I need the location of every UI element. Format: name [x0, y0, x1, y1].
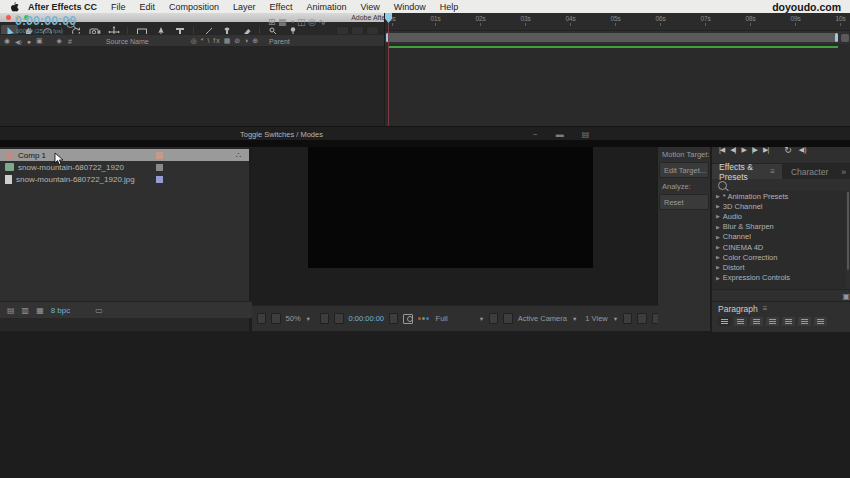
tracker-control[interactable]: ✓ Reset: [659, 194, 709, 210]
source-name-column[interactable]: Source Name: [106, 38, 149, 45]
twirl-icon[interactable]: ▶: [716, 213, 720, 219]
effects-category[interactable]: ▶ Distort: [712, 262, 846, 272]
item-name[interactable]: snow-mountain-680722_1920.jpg: [16, 175, 135, 184]
number-column-icon[interactable]: #: [68, 38, 72, 45]
zoom-in-mountain-icon[interactable]: ▤: [582, 130, 590, 139]
item-name[interactable]: Comp 1: [18, 151, 46, 160]
layer-track-area[interactable]: [385, 44, 850, 126]
menu-item[interactable]: Animation: [299, 2, 353, 12]
new-folder-icon[interactable]: ▥: [22, 306, 30, 315]
new-preset-icon[interactable]: ▣: [842, 292, 850, 301]
twirl-icon[interactable]: ▶: [716, 203, 720, 209]
region-of-interest-icon[interactable]: [489, 313, 498, 324]
transport-button[interactable]: ◀|: [730, 146, 735, 154]
align-button[interactable]: [718, 317, 731, 326]
video-column-icon[interactable]: ◉: [4, 37, 10, 45]
transport-button[interactable]: ▶|: [763, 146, 768, 154]
twirl-icon[interactable]: ▶: [716, 264, 720, 270]
menu-item[interactable]: Effect: [263, 2, 300, 12]
solo-column-icon[interactable]: ●: [27, 38, 31, 45]
audio-column-icon[interactable]: ◀): [15, 38, 22, 45]
layer-switches-icons[interactable]: ◎ * \ fx ▦ ⊘ ◑ ⊕: [191, 37, 259, 45]
tracker-control[interactable]: ✓ Edit Target...: [659, 162, 709, 178]
effects-category[interactable]: ▶ Expression Controls: [712, 273, 846, 283]
effects-category[interactable]: ▶ CINEMA 4D: [712, 242, 846, 252]
interpret-footage-icon[interactable]: ▤: [7, 306, 15, 315]
view-dropdown-icon[interactable]: ▼: [613, 316, 618, 322]
layer-list-empty-area[interactable]: [0, 46, 385, 126]
effects-scrollbar[interactable]: [847, 192, 849, 270]
project-row[interactable]: snow-mountain-680722_1920.jpg ∴: [0, 173, 249, 185]
panel-menu-icon[interactable]: ≡: [770, 167, 775, 176]
magnification-dropdown-icon[interactable]: ▼: [306, 316, 311, 322]
project-row[interactable]: snow-mountain-680722_1920 ∴: [0, 161, 249, 173]
transparency-grid-icon[interactable]: [503, 313, 512, 324]
show-channel-icon[interactable]: [418, 317, 429, 320]
mute-audio-icon[interactable]: ◀): [799, 146, 807, 154]
show-snapshot-icon[interactable]: [403, 314, 412, 324]
twirl-icon[interactable]: ▶: [716, 244, 720, 250]
camera-dropdown-icon[interactable]: ▼: [572, 316, 577, 322]
menu-item[interactable]: Help: [433, 2, 466, 12]
menu-item[interactable]: Composition: [162, 2, 226, 12]
lock-column-icon[interactable]: ▣: [36, 37, 43, 45]
fast-previews-icon[interactable]: [637, 313, 646, 324]
menu-item[interactable]: Edit: [133, 2, 163, 12]
new-composition-icon[interactable]: ▦: [36, 306, 44, 315]
project-bit-depth[interactable]: 8 bpc: [51, 306, 71, 315]
project-row[interactable]: Comp 1 ∴: [0, 149, 249, 161]
resolution-dropdown-icon[interactable]: ▼: [479, 316, 484, 322]
camera-popup[interactable]: Active Camera: [518, 314, 567, 323]
current-time-display[interactable]: 0:00:00:00: [349, 314, 384, 323]
label-color-chip[interactable]: [156, 152, 163, 159]
align-button[interactable]: [814, 317, 827, 326]
transport-button[interactable]: |▶: [752, 146, 757, 154]
twirl-icon[interactable]: ▶: [716, 254, 720, 260]
effects-category[interactable]: ▶ * Animation Presets: [712, 191, 846, 201]
tab-character[interactable]: Character: [782, 164, 837, 179]
zoom-out-icon[interactable]: −: [533, 130, 538, 139]
delete-item-icon[interactable]: ▭: [95, 306, 103, 315]
comp-marker-bin[interactable]: [841, 34, 849, 42]
zoom-slider[interactable]: ▬: [556, 130, 564, 139]
align-button[interactable]: [798, 317, 811, 326]
tracker-control[interactable]: ✓ Motion Target:: [658, 147, 710, 161]
twirl-icon[interactable]: ▶: [716, 275, 720, 281]
always-preview-icon[interactable]: [257, 313, 266, 324]
menu-item[interactable]: File: [104, 2, 133, 12]
effects-search-icon[interactable]: [718, 181, 727, 190]
mask-visibility-icon[interactable]: [334, 313, 343, 324]
effects-category[interactable]: ▶ 3D Channel: [712, 201, 846, 211]
time-ruler[interactable]: 0s01s02s03s04s05s06s07s08s09s10s: [385, 13, 850, 31]
tracker-control[interactable]: ✓ Analyze:: [658, 179, 710, 193]
menu-item[interactable]: View: [353, 2, 386, 12]
transport-button[interactable]: |◀: [719, 146, 724, 154]
align-button[interactable]: [766, 317, 779, 326]
view-layout-popup[interactable]: 1 View: [585, 314, 607, 323]
timeline-search-icon[interactable]: [66, 19, 75, 28]
menu-item[interactable]: Layer: [226, 2, 263, 12]
main-viewer-icon[interactable]: [271, 313, 280, 324]
effects-category[interactable]: ▶ Audio: [712, 211, 846, 221]
resolution-popup[interactable]: Full: [436, 314, 448, 323]
snapshot-icon[interactable]: [389, 313, 398, 324]
label-column-icon[interactable]: ◈: [57, 37, 62, 45]
magnification-popup[interactable]: 50%: [286, 314, 301, 323]
panel-menu-icon[interactable]: ≡: [763, 304, 768, 313]
timeline-option-icons[interactable]: ⊞ ▦ ◔ ◫ ◎ ∿: [268, 17, 326, 27]
align-button[interactable]: [734, 317, 747, 326]
pixel-aspect-icon[interactable]: [623, 313, 632, 324]
effects-category[interactable]: ▶ Color Correction: [712, 252, 846, 262]
grid-guides-icon[interactable]: [320, 313, 329, 324]
menu-item[interactable]: After Effects CC: [21, 2, 104, 12]
work-area-bar[interactable]: [386, 33, 838, 42]
twirl-icon[interactable]: ▶: [716, 234, 720, 240]
label-color-chip[interactable]: [156, 176, 163, 183]
align-button[interactable]: [782, 317, 795, 326]
item-name[interactable]: snow-mountain-680722_1920: [18, 163, 124, 172]
label-color-chip[interactable]: [156, 164, 163, 171]
apple-icon[interactable]: [10, 2, 19, 12]
parent-column[interactable]: Parent: [269, 38, 290, 45]
effects-category[interactable]: ▶ Blur & Sharpen: [712, 222, 846, 232]
toggle-switches-button[interactable]: Toggle Switches / Modes: [240, 130, 323, 139]
